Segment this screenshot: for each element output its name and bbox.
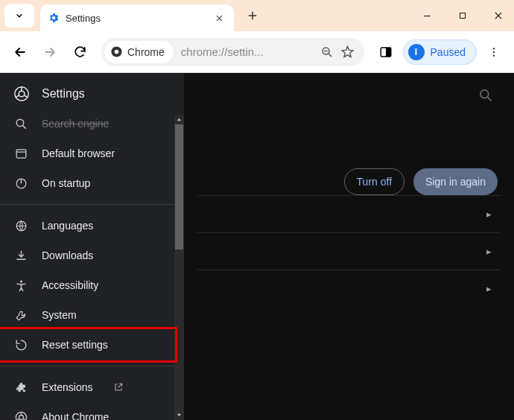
site-chip[interactable]: Chrome: [104, 41, 174, 63]
reload-icon: [73, 45, 87, 59]
sidebar-item-system[interactable]: System: [0, 300, 174, 330]
download-icon: [13, 248, 28, 263]
svg-point-7: [493, 51, 495, 52]
settings-content: Settings Search engineDefault browserOn …: [0, 73, 514, 420]
sidebar-item-search-engine[interactable]: Search engine: [0, 115, 174, 139]
plus-icon: [247, 10, 258, 22]
sidebar-item-accessibility[interactable]: Accessibility: [0, 270, 174, 300]
settings-row[interactable]: ▸: [197, 232, 501, 270]
close-icon: [493, 10, 504, 21]
svg-point-17: [19, 415, 23, 419]
browser-icon: [13, 146, 28, 161]
more-vertical-icon: [488, 46, 500, 58]
browser-toolbar: Chrome chrome://settin... I Paused: [0, 31, 514, 73]
svg-point-8: [493, 54, 495, 56]
svg-point-15: [19, 280, 22, 282]
svg-point-2: [115, 50, 119, 54]
chrome-icon: [13, 410, 28, 420]
arrow-left-icon: [13, 45, 28, 60]
site-chip-label: Chrome: [127, 46, 165, 58]
svg-point-6: [493, 48, 495, 49]
tab-title: Settings: [66, 13, 212, 24]
paused-label: Paused: [431, 46, 466, 58]
sidebar-separator: [0, 366, 174, 366]
chrome-icon: [110, 45, 123, 58]
sidebar-title: Settings: [42, 87, 85, 101]
arrow-right-icon: [42, 45, 57, 60]
browser-tab[interactable]: Settings: [40, 4, 234, 31]
sidebar-item-default-browser[interactable]: Default browser: [0, 139, 174, 168]
sidebar-item-about-chrome[interactable]: About Chrome: [0, 402, 174, 420]
power-icon: [13, 176, 28, 191]
address-bar[interactable]: Chrome chrome://settin...: [101, 38, 364, 66]
search-icon: [478, 88, 493, 103]
forward-button[interactable]: [37, 39, 63, 65]
zoom-button[interactable]: [317, 42, 337, 63]
sidebar-header: Settings: [0, 73, 184, 115]
extension-icon: [13, 380, 28, 395]
reset-icon: [13, 337, 28, 352]
sidebar-item-label: About Chrome: [42, 411, 109, 420]
tab-search-dropdown[interactable]: [4, 4, 34, 28]
bookmark-button[interactable]: [337, 42, 358, 63]
sidebar-item-label: Default browser: [42, 147, 115, 159]
chrome-menu-button[interactable]: [481, 39, 507, 65]
chevron-right-icon: ▸: [486, 283, 492, 294]
settings-sidebar: Settings Search engineDefault browserOn …: [0, 73, 184, 420]
sidebar-item-label: Accessibility: [42, 279, 98, 291]
back-button[interactable]: [7, 39, 33, 65]
turn-off-button[interactable]: Turn off: [344, 168, 404, 195]
maximize-button[interactable]: [453, 6, 472, 25]
settings-row[interactable]: ▸: [197, 195, 501, 232]
profile-paused-chip[interactable]: I Paused: [403, 39, 477, 65]
settings-row[interactable]: ▸: [197, 270, 501, 307]
sidebar-item-reset-settings[interactable]: Reset settings: [0, 330, 174, 360]
svg-point-10: [19, 91, 25, 97]
action-row: Turn off Sign in again: [197, 168, 498, 195]
sidebar-item-label: Downloads: [42, 249, 93, 261]
sidebar-separator: [0, 204, 174, 205]
sidebar-item-downloads[interactable]: Downloads: [0, 241, 174, 270]
zoom-icon: [320, 45, 334, 59]
svg-rect-12: [16, 149, 26, 157]
sidebar-item-label: System: [42, 309, 77, 321]
sidebar-item-languages[interactable]: Languages: [0, 211, 174, 241]
device-icon: [379, 45, 393, 59]
search-icon: [13, 116, 28, 131]
search-settings-button[interactable]: [475, 85, 496, 106]
sidebar-item-label: Languages: [42, 220, 93, 232]
tab-close-button[interactable]: [212, 10, 226, 25]
sidebar-item-label: Extensions: [42, 381, 92, 393]
svg-point-11: [16, 119, 24, 127]
sidebar-item-label: Reset settings: [42, 339, 108, 351]
sidebar-item-label: Search engine: [42, 118, 109, 130]
sidebar-item-label: On startup: [42, 177, 90, 189]
svg-point-18: [480, 90, 489, 98]
sign-in-again-button[interactable]: Sign in again: [413, 168, 498, 195]
chevron-right-icon: ▸: [486, 209, 492, 220]
maximize-icon: [458, 11, 467, 20]
reload-button[interactable]: [67, 39, 92, 65]
sidebar-item-on-startup[interactable]: On startup: [0, 168, 174, 198]
gear-icon: [48, 12, 60, 24]
avatar: I: [408, 44, 425, 60]
accessibility-icon: [13, 278, 28, 293]
chevron-down-icon: [14, 10, 25, 21]
svg-rect-0: [460, 13, 466, 19]
chrome-logo-icon: [13, 86, 30, 102]
close-window-button[interactable]: [489, 6, 508, 25]
star-icon: [340, 45, 355, 59]
window-controls: [417, 6, 508, 25]
settings-main: Turn off Sign in again ▸ ▸ ▸: [184, 73, 514, 420]
minimize-icon: [422, 11, 432, 21]
external-link-icon: [113, 382, 124, 392]
url-text: chrome://settin...: [181, 45, 317, 58]
tab-bar: Settings: [0, 0, 514, 31]
sidebar-item-extensions[interactable]: Extensions: [0, 372, 174, 402]
new-tab-button[interactable]: [241, 4, 264, 27]
chevron-right-icon: ▸: [486, 246, 492, 257]
minimize-button[interactable]: [417, 6, 437, 25]
svg-rect-5: [386, 48, 391, 57]
device-toggle-button[interactable]: [373, 39, 399, 65]
wrench-icon: [13, 308, 28, 322]
